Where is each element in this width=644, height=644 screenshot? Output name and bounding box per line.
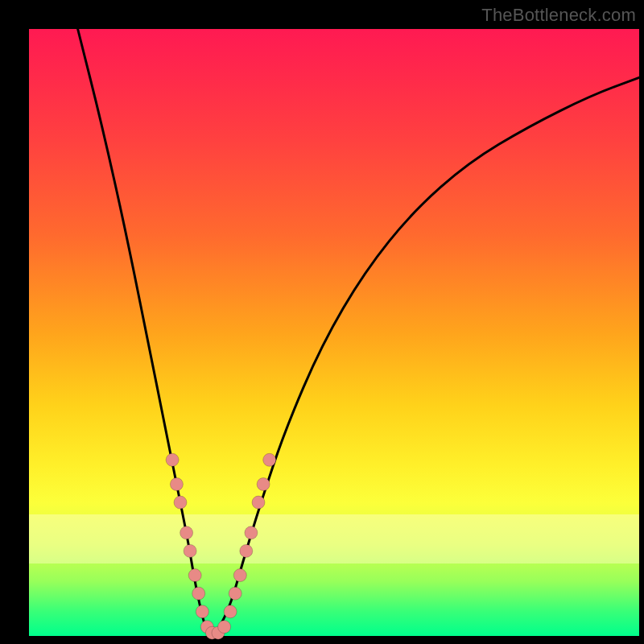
bottleneck-curve-path	[78, 29, 639, 634]
scatter-dot	[229, 587, 242, 600]
scatter-dot	[218, 621, 231, 634]
scatter-dot	[263, 453, 276, 466]
scatter-dot	[184, 544, 196, 557]
scatter-dot	[174, 496, 187, 509]
chart-frame: TheBottleneck.com	[0, 0, 644, 644]
scatter-dot	[252, 496, 265, 509]
scatter-dot	[192, 587, 205, 600]
watermark-text: TheBottleneck.com	[481, 5, 636, 26]
scatter-dot	[196, 605, 208, 618]
scatter-dot	[240, 544, 253, 557]
scatter-dot	[245, 526, 258, 539]
scatter-dot	[224, 605, 237, 618]
plot-area	[29, 29, 639, 636]
scatter-dot	[188, 569, 201, 582]
scatter-dot	[180, 526, 193, 539]
scatter-dot	[170, 478, 183, 491]
scatter-dot	[233, 569, 246, 582]
scatter-dot	[166, 453, 179, 466]
scatter-dot	[257, 478, 270, 491]
scatter-dots	[166, 453, 276, 639]
curve-svg	[29, 29, 639, 636]
